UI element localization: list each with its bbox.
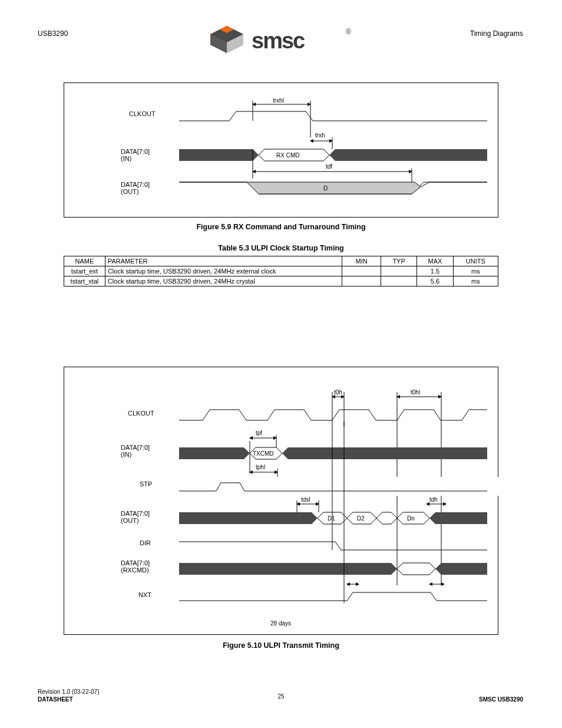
svg-text:t0h: t0h bbox=[334, 389, 342, 396]
svg-text:CLKOUT: CLKOUT bbox=[129, 110, 156, 117]
svg-marker-17 bbox=[253, 149, 259, 161]
svg-text:Dn: Dn bbox=[407, 515, 415, 522]
figure-5-9: CLKOUT trxhl trxh DATA[7:0](IN) RX CMD bbox=[64, 83, 498, 218]
svg-text:DATA[7:0](IN): DATA[7:0](IN) bbox=[121, 148, 150, 162]
svg-rect-16 bbox=[179, 149, 253, 161]
figure-5-9-caption: Figure 5.9 RX Command and Turnaround Tim… bbox=[0, 223, 562, 231]
data-in-row: DATA[7:0](IN) RX CMD bbox=[121, 148, 487, 162]
data-out-row: DATA[7:0](OUT) D bbox=[121, 181, 487, 195]
table-5-3-caption: Table 5.3 ULPI Clock Startup Timing bbox=[0, 244, 562, 252]
timing-table: NAME PARAMETER MIN TYP MAX UNITS tstart_… bbox=[64, 256, 498, 286]
figure-5-10-caption: Figure 5.10 ULPI Transmit Timing bbox=[0, 641, 562, 650]
table-row: tstart_xtal Clock startup time, USB3290 … bbox=[64, 276, 498, 286]
svg-text:STP: STP bbox=[140, 480, 152, 487]
svg-rect-37 bbox=[179, 447, 244, 459]
svg-marker-19 bbox=[329, 149, 487, 161]
svg-text:DIR: DIR bbox=[140, 539, 151, 546]
svg-marker-69 bbox=[435, 563, 487, 575]
svg-text:CLKOUT: CLKOUT bbox=[128, 410, 154, 417]
svg-marker-40 bbox=[282, 447, 487, 459]
svg-text:tdsl: tdsl bbox=[301, 496, 310, 503]
svg-text:trxhl: trxhl bbox=[273, 97, 284, 104]
svg-text:28 days: 28 days bbox=[270, 620, 291, 627]
nxt-row: NXT bbox=[138, 591, 487, 601]
svg-marker-68 bbox=[391, 563, 397, 575]
svg-text:tpf: tpf bbox=[256, 430, 262, 436]
svg-text:trxh: trxh bbox=[315, 132, 325, 139]
svg-text:TXCMD: TXCMD bbox=[253, 450, 274, 457]
dir-row: DIR bbox=[140, 539, 487, 550]
svg-text:RX CMD: RX CMD bbox=[276, 152, 299, 159]
svg-text:DATA[7:0](OUT): DATA[7:0](OUT) bbox=[121, 181, 150, 195]
svg-text:D1: D1 bbox=[328, 515, 335, 522]
svg-text:smsc: smsc bbox=[252, 28, 305, 53]
product-code: USB3290 bbox=[38, 29, 68, 38]
svg-text:NXT: NXT bbox=[138, 591, 151, 598]
footer-right: SMSC USB3290 bbox=[479, 696, 523, 704]
svg-text:DATA[7:0](RXCMD): DATA[7:0](RXCMD) bbox=[121, 559, 150, 574]
figure-5-10: CLKOUT t0h t0hl DATA[7:0](IN) TXCMD bbox=[64, 367, 498, 635]
table-row: tstart_ext Clock startup time, USB3290 d… bbox=[64, 266, 498, 276]
svg-rect-52 bbox=[179, 512, 312, 524]
data-out-row: DATA[7:0](OUT) D1 D2 Dn bbox=[121, 510, 487, 524]
data-in-row: DATA[7:0](IN) TXCMD bbox=[121, 444, 487, 459]
svg-text:tphl: tphl bbox=[256, 464, 265, 470]
svg-text:tdf: tdf bbox=[326, 163, 332, 170]
svg-marker-58 bbox=[429, 512, 487, 524]
svg-text:DATA[7:0](OUT): DATA[7:0](OUT) bbox=[121, 510, 150, 524]
svg-text:D2: D2 bbox=[357, 515, 365, 522]
svg-marker-25 bbox=[247, 182, 421, 194]
svg-marker-53 bbox=[312, 512, 318, 524]
smsc-logo: smsc ® bbox=[210, 24, 352, 59]
svg-rect-67 bbox=[179, 563, 391, 575]
data-rxcmd-row: DATA[7:0](RXCMD) bbox=[121, 559, 487, 575]
chapter-title: Timing Diagrams bbox=[470, 29, 523, 38]
svg-rect-50 bbox=[179, 477, 499, 495]
page-number: 25 bbox=[0, 693, 562, 700]
svg-text:DATA[7:0](IN): DATA[7:0](IN) bbox=[121, 444, 150, 458]
svg-text:tdh: tdh bbox=[429, 496, 438, 503]
table-row: NAME PARAMETER MIN TYP MAX UNITS bbox=[64, 256, 498, 266]
clkout-row: CLKOUT bbox=[129, 110, 487, 121]
svg-marker-38 bbox=[244, 447, 250, 459]
svg-text:t0hl: t0hl bbox=[411, 389, 420, 396]
svg-text:®: ® bbox=[346, 28, 351, 36]
clkout-row: CLKOUT bbox=[128, 410, 487, 420]
svg-text:D: D bbox=[323, 185, 328, 192]
